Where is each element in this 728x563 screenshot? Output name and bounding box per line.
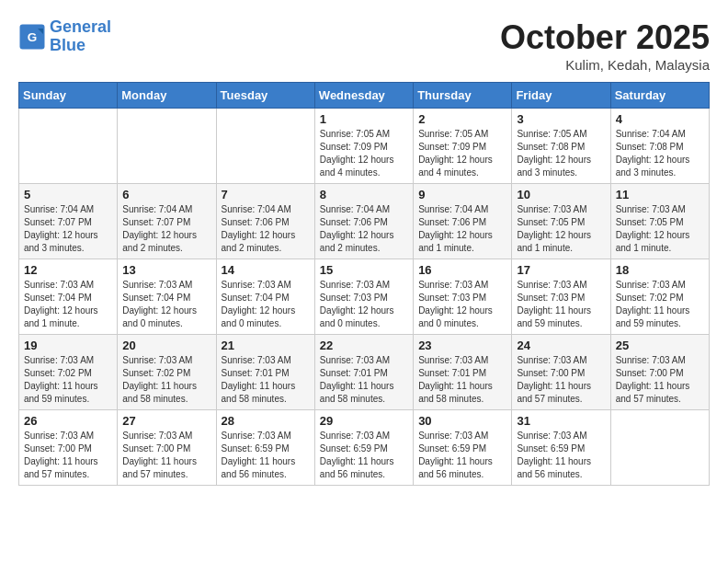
- day-number: 29: [320, 414, 408, 428]
- day-info: Sunrise: 7:03 AM Sunset: 7:01 PM Dayligh…: [320, 354, 408, 406]
- day-info: Sunrise: 7:03 AM Sunset: 6:59 PM Dayligh…: [320, 430, 408, 481]
- day-info: Sunrise: 7:04 AM Sunset: 7:07 PM Dayligh…: [122, 203, 210, 255]
- day-number: 5: [24, 188, 112, 201]
- calendar-cell: [19, 109, 118, 184]
- day-info: Sunrise: 7:04 AM Sunset: 7:06 PM Dayligh…: [418, 203, 506, 255]
- calendar-cell: 17Sunrise: 7:03 AM Sunset: 7:03 PM Dayli…: [512, 259, 610, 335]
- day-info: Sunrise: 7:03 AM Sunset: 7:02 PM Dayligh…: [616, 279, 704, 330]
- day-number: 8: [320, 188, 408, 201]
- calendar-cell: [610, 410, 709, 486]
- day-info: Sunrise: 7:03 AM Sunset: 7:03 PM Dayligh…: [320, 279, 408, 330]
- weekday-header: Wednesday: [314, 83, 413, 109]
- day-number: 7: [222, 188, 310, 201]
- logo-text: General Blue: [50, 18, 111, 55]
- day-number: 16: [418, 263, 506, 277]
- day-info: Sunrise: 7:03 AM Sunset: 7:04 PM Dayligh…: [24, 279, 112, 330]
- day-number: 21: [222, 339, 310, 352]
- day-number: 27: [122, 414, 210, 428]
- calendar-cell: 4Sunrise: 7:04 AM Sunset: 7:08 PM Daylig…: [610, 109, 709, 184]
- weekday-header: Friday: [512, 83, 610, 109]
- day-number: 10: [517, 188, 605, 201]
- day-info: Sunrise: 7:04 AM Sunset: 7:07 PM Dayligh…: [24, 203, 112, 255]
- month-title: October 2025: [500, 18, 710, 57]
- logo: G General Blue: [18, 18, 111, 55]
- calendar-week-row: 19Sunrise: 7:03 AM Sunset: 7:02 PM Dayli…: [19, 335, 710, 410]
- day-info: Sunrise: 7:03 AM Sunset: 7:02 PM Dayligh…: [122, 354, 210, 406]
- title-block: October 2025 Kulim, Kedah, Malaysia: [500, 18, 710, 73]
- day-number: 4: [616, 112, 704, 126]
- calendar-cell: 9Sunrise: 7:04 AM Sunset: 7:06 PM Daylig…: [414, 184, 512, 259]
- calendar-cell: 19Sunrise: 7:03 AM Sunset: 7:02 PM Dayli…: [19, 335, 118, 410]
- calendar-cell: 25Sunrise: 7:03 AM Sunset: 7:00 PM Dayli…: [610, 335, 709, 410]
- day-info: Sunrise: 7:03 AM Sunset: 7:00 PM Dayligh…: [24, 430, 112, 481]
- day-info: Sunrise: 7:03 AM Sunset: 7:03 PM Dayligh…: [517, 279, 605, 330]
- day-number: 13: [122, 263, 210, 277]
- day-info: Sunrise: 7:03 AM Sunset: 6:59 PM Dayligh…: [517, 430, 605, 481]
- day-number: 12: [24, 263, 112, 277]
- day-number: 6: [122, 188, 210, 201]
- day-info: Sunrise: 7:03 AM Sunset: 7:00 PM Dayligh…: [616, 354, 704, 406]
- day-info: Sunrise: 7:03 AM Sunset: 7:04 PM Dayligh…: [222, 279, 310, 330]
- day-number: 30: [418, 414, 506, 428]
- day-info: Sunrise: 7:03 AM Sunset: 6:59 PM Dayligh…: [418, 430, 506, 481]
- weekday-header: Monday: [118, 83, 216, 109]
- day-number: 20: [122, 339, 210, 352]
- weekday-header: Thursday: [414, 83, 512, 109]
- calendar-cell: 20Sunrise: 7:03 AM Sunset: 7:02 PM Dayli…: [118, 335, 216, 410]
- calendar-cell: 26Sunrise: 7:03 AM Sunset: 7:00 PM Dayli…: [19, 410, 118, 486]
- day-info: Sunrise: 7:03 AM Sunset: 7:05 PM Dayligh…: [517, 203, 605, 255]
- calendar-cell: 12Sunrise: 7:03 AM Sunset: 7:04 PM Dayli…: [19, 259, 118, 335]
- calendar-cell: 18Sunrise: 7:03 AM Sunset: 7:02 PM Dayli…: [610, 259, 709, 335]
- logo-icon: G: [18, 23, 46, 51]
- day-info: Sunrise: 7:03 AM Sunset: 7:04 PM Dayligh…: [122, 279, 210, 330]
- day-number: 17: [517, 263, 605, 277]
- calendar-cell: 2Sunrise: 7:05 AM Sunset: 7:09 PM Daylig…: [414, 109, 512, 184]
- calendar-cell: 6Sunrise: 7:04 AM Sunset: 7:07 PM Daylig…: [118, 184, 216, 259]
- day-info: Sunrise: 7:04 AM Sunset: 7:08 PM Dayligh…: [616, 128, 704, 179]
- day-info: Sunrise: 7:03 AM Sunset: 6:59 PM Dayligh…: [222, 430, 310, 481]
- weekday-header: Tuesday: [216, 83, 314, 109]
- calendar-cell: 16Sunrise: 7:03 AM Sunset: 7:03 PM Dayli…: [414, 259, 512, 335]
- calendar-cell: 15Sunrise: 7:03 AM Sunset: 7:03 PM Dayli…: [314, 259, 413, 335]
- day-number: 1: [320, 112, 408, 126]
- day-number: 3: [517, 112, 605, 126]
- day-info: Sunrise: 7:03 AM Sunset: 7:03 PM Dayligh…: [418, 279, 506, 330]
- calendar-cell: 13Sunrise: 7:03 AM Sunset: 7:04 PM Dayli…: [118, 259, 216, 335]
- day-number: 31: [517, 414, 605, 428]
- calendar-week-row: 12Sunrise: 7:03 AM Sunset: 7:04 PM Dayli…: [19, 259, 710, 335]
- day-number: 15: [320, 263, 408, 277]
- day-number: 25: [616, 339, 704, 352]
- day-number: 23: [418, 339, 506, 352]
- day-info: Sunrise: 7:05 AM Sunset: 7:08 PM Dayligh…: [517, 128, 605, 179]
- weekday-header-row: SundayMondayTuesdayWednesdayThursdayFrid…: [19, 83, 710, 109]
- calendar-cell: 21Sunrise: 7:03 AM Sunset: 7:01 PM Dayli…: [216, 335, 314, 410]
- calendar-cell: [216, 109, 314, 184]
- calendar-cell: 23Sunrise: 7:03 AM Sunset: 7:01 PM Dayli…: [414, 335, 512, 410]
- calendar-week-row: 1Sunrise: 7:05 AM Sunset: 7:09 PM Daylig…: [19, 109, 710, 184]
- day-number: 22: [320, 339, 408, 352]
- day-number: 18: [616, 263, 704, 277]
- page-header: G General Blue October 2025 Kulim, Kedah…: [18, 18, 710, 73]
- calendar-cell: [118, 109, 216, 184]
- day-number: 28: [222, 414, 310, 428]
- calendar-cell: 24Sunrise: 7:03 AM Sunset: 7:00 PM Dayli…: [512, 335, 610, 410]
- day-info: Sunrise: 7:03 AM Sunset: 7:02 PM Dayligh…: [24, 354, 112, 406]
- calendar-cell: 14Sunrise: 7:03 AM Sunset: 7:04 PM Dayli…: [216, 259, 314, 335]
- calendar-cell: 11Sunrise: 7:03 AM Sunset: 7:05 PM Dayli…: [610, 184, 709, 259]
- calendar-cell: 30Sunrise: 7:03 AM Sunset: 6:59 PM Dayli…: [414, 410, 512, 486]
- calendar-cell: 1Sunrise: 7:05 AM Sunset: 7:09 PM Daylig…: [314, 109, 413, 184]
- day-info: Sunrise: 7:03 AM Sunset: 7:05 PM Dayligh…: [616, 203, 704, 255]
- calendar-cell: 8Sunrise: 7:04 AM Sunset: 7:06 PM Daylig…: [314, 184, 413, 259]
- calendar-cell: 7Sunrise: 7:04 AM Sunset: 7:06 PM Daylig…: [216, 184, 314, 259]
- calendar-cell: 5Sunrise: 7:04 AM Sunset: 7:07 PM Daylig…: [19, 184, 118, 259]
- day-info: Sunrise: 7:05 AM Sunset: 7:09 PM Dayligh…: [418, 128, 506, 179]
- day-info: Sunrise: 7:03 AM Sunset: 7:00 PM Dayligh…: [122, 430, 210, 481]
- weekday-header: Saturday: [610, 83, 709, 109]
- day-info: Sunrise: 7:04 AM Sunset: 7:06 PM Dayligh…: [320, 203, 408, 255]
- calendar-cell: 3Sunrise: 7:05 AM Sunset: 7:08 PM Daylig…: [512, 109, 610, 184]
- day-number: 24: [517, 339, 605, 352]
- day-number: 14: [222, 263, 310, 277]
- day-number: 11: [616, 188, 704, 201]
- calendar-week-row: 5Sunrise: 7:04 AM Sunset: 7:07 PM Daylig…: [19, 184, 710, 259]
- calendar-cell: 28Sunrise: 7:03 AM Sunset: 6:59 PM Dayli…: [216, 410, 314, 486]
